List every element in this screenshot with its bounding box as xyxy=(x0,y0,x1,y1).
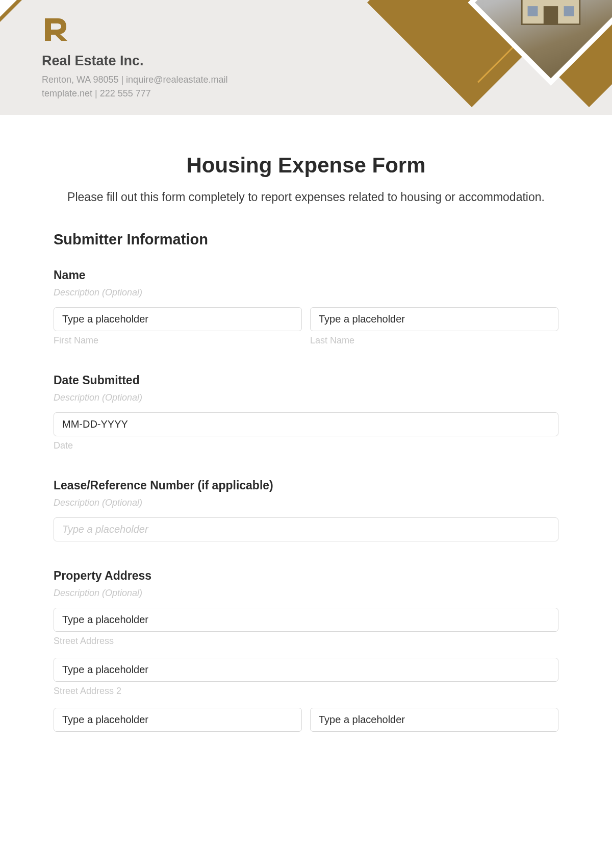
header-banner: Real Estate Inc. Renton, WA 98055 | inqu… xyxy=(0,0,612,115)
company-block: Real Estate Inc. Renton, WA 98055 | inqu… xyxy=(42,15,227,101)
first-name-sublabel: First Name xyxy=(54,335,302,346)
company-name: Real Estate Inc. xyxy=(42,53,227,69)
first-name-input[interactable] xyxy=(54,307,302,331)
date-label: Date Submitted xyxy=(54,374,558,387)
form-content: Housing Expense Form Please fill out thi… xyxy=(0,115,612,732)
form-title: Housing Expense Form xyxy=(54,153,558,178)
field-date-submitted: Date Submitted Description (Optional) Da… xyxy=(54,374,558,451)
address-desc: Description (Optional) xyxy=(54,588,558,599)
field-property-address: Property Address Description (Optional) … xyxy=(54,569,558,732)
form-subtitle: Please fill out this form completely to … xyxy=(54,189,558,206)
street-address-2-input[interactable] xyxy=(54,658,558,682)
date-input[interactable] xyxy=(54,412,558,436)
street-address-2-sublabel: Street Address 2 xyxy=(54,686,558,697)
last-name-input[interactable] xyxy=(310,307,558,331)
date-desc: Description (Optional) xyxy=(54,392,558,403)
lease-input[interactable] xyxy=(54,517,558,541)
company-contact-line2: template.net | 222 555 777 xyxy=(42,87,227,101)
last-name-sublabel: Last Name xyxy=(310,335,558,346)
svg-rect-3 xyxy=(46,39,48,41)
company-contact-line1: Renton, WA 98055 | inquire@realeastate.m… xyxy=(42,73,227,87)
corner-triangle-inner xyxy=(0,0,17,17)
address-label: Property Address xyxy=(54,569,558,583)
lease-desc: Description (Optional) xyxy=(54,498,558,508)
lease-label: Lease/Reference Number (if applicable) xyxy=(54,479,558,492)
field-lease-number: Lease/Reference Number (if applicable) D… xyxy=(54,479,558,541)
name-desc: Description (Optional) xyxy=(54,287,558,298)
company-logo-icon xyxy=(42,15,70,44)
svg-rect-0 xyxy=(544,6,558,24)
state-input[interactable] xyxy=(310,708,558,732)
svg-rect-1 xyxy=(528,6,538,16)
svg-rect-2 xyxy=(564,6,574,16)
field-name: Name Description (Optional) First Name L… xyxy=(54,268,558,346)
date-sublabel: Date xyxy=(54,440,558,451)
section-submitter-info: Submitter Information xyxy=(54,231,558,248)
city-input[interactable] xyxy=(54,708,302,732)
street-address-sublabel: Street Address xyxy=(54,636,558,647)
street-address-input[interactable] xyxy=(54,608,558,632)
header-decoration xyxy=(398,0,612,115)
name-label: Name xyxy=(54,268,558,282)
